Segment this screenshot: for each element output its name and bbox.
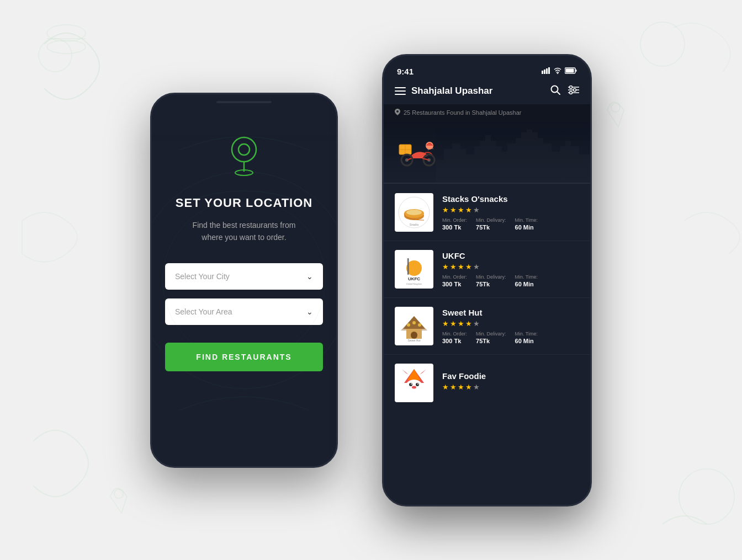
min-time-label: Min. Time:	[515, 274, 538, 280]
svg-point-7	[611, 103, 620, 112]
restaurant-name-sweethut: Sweet Hut	[442, 308, 579, 317]
status-time: 9:41	[397, 67, 414, 76]
meta-min-delivery: Min. Delivary: 75Tk	[476, 331, 506, 344]
svg-point-29	[396, 110, 399, 113]
svg-point-58	[418, 323, 421, 327]
min-order-value: 300 Tk	[442, 224, 467, 231]
header-left: Shahjalal Upashar	[395, 86, 492, 97]
power-button	[337, 172, 338, 199]
header-right	[550, 85, 579, 98]
city-chevron-icon: ⌄	[306, 272, 313, 281]
location-pin-small-icon	[395, 109, 400, 117]
star-half: ★	[473, 319, 480, 328]
meta-min-order: Min. Order: 300 Tk	[442, 274, 467, 287]
min-delivery-value: 75Tk	[476, 224, 506, 231]
filter-icon[interactable]	[568, 86, 579, 97]
city-dropdown-container[interactable]: Select Your City ⌄	[165, 263, 323, 290]
set-location-title: SET YOUR LOCATION	[176, 196, 312, 210]
star-1: ★	[442, 383, 449, 391]
restaurant-stars-favfoodie: ★ ★ ★ ★ ★	[442, 383, 579, 391]
svg-rect-15	[546, 68, 548, 74]
svg-point-65	[409, 383, 412, 386]
svg-point-1	[47, 25, 86, 41]
svg-rect-13	[542, 71, 543, 74]
min-delivery-label: Min. Delivary:	[476, 331, 506, 337]
svg-rect-20	[566, 68, 574, 72]
wifi-icon	[554, 67, 561, 76]
svg-point-68	[417, 383, 418, 385]
svg-text:Sweet Hut: Sweet Hut	[407, 339, 421, 342]
find-restaurants-button[interactable]: FIND RESTAURANTS	[165, 343, 323, 371]
vol-down-button	[150, 183, 151, 199]
svg-rect-16	[548, 67, 550, 74]
svg-line-22	[557, 92, 560, 94]
star-2: ★	[450, 383, 457, 391]
restaurant-info-stacks: Stacks O'snacks ★ ★ ★ ★ ★ Min. Order: 30…	[442, 194, 579, 231]
min-time-label: Min. Time:	[515, 217, 538, 223]
app-header: Shahjalal Upashar	[384, 81, 590, 104]
svg-point-17	[557, 73, 558, 74]
restaurant-logo-favfoodie	[395, 364, 433, 402]
svg-point-0	[39, 39, 72, 72]
svg-point-10	[232, 137, 256, 162]
restaurant-item[interactable]: Snacks Stacks O'snacks ★ ★ ★ ★ ★ Min. Or…	[384, 184, 590, 241]
svg-point-3	[47, 40, 86, 54]
star-1: ★	[442, 263, 449, 271]
hamburger-line-3	[395, 94, 406, 95]
svg-rect-19	[576, 70, 577, 72]
meta-min-time: Min. Time: 60 Min	[515, 274, 538, 287]
star-half: ★	[473, 206, 480, 214]
meta-min-delivery: Min. Delivary: 75Tk	[476, 217, 506, 231]
star-4: ★	[465, 319, 472, 328]
svg-point-26	[570, 86, 573, 88]
min-delivery-value: 75Tk	[476, 281, 506, 287]
restaurant-meta-sweethut: Min. Order: 300 Tk Min. Delivary: 75Tk M…	[442, 331, 579, 344]
restaurant-item[interactable]: Sweet Hut Sweet Hut ★ ★ ★ ★ ★ Min. Order…	[384, 298, 590, 355]
svg-point-5	[679, 469, 734, 524]
min-time-value: 60 Min	[515, 224, 538, 231]
min-order-label: Min. Order:	[442, 331, 467, 337]
star-3: ★	[458, 319, 464, 328]
restaurant-logo-ukfc: UKFC United Kingdom	[395, 250, 433, 289]
phone-left-screen: SET YOUR LOCATION Find the best restaura…	[152, 94, 336, 466]
restaurant-item[interactable]: UKFC United Kingdom UKFC ★ ★ ★ ★ ★	[384, 241, 590, 298]
meta-min-order: Min. Order: 300 Tk	[442, 217, 467, 231]
phone-left: SET YOUR LOCATION Find the best restaura…	[150, 93, 338, 468]
min-time-value: 60 Min	[515, 281, 538, 287]
search-icon[interactable]	[550, 85, 560, 98]
location-text: 25 Restaurants Found in Shahjalal Upasha…	[404, 109, 521, 116]
restaurant-list: Snacks Stacks O'snacks ★ ★ ★ ★ ★ Min. Or…	[384, 184, 590, 505]
star-2: ★	[450, 263, 457, 271]
svg-rect-55	[411, 332, 417, 339]
status-icons	[542, 67, 577, 76]
phones-container: SET YOUR LOCATION Find the best restaura…	[150, 54, 592, 506]
hamburger-line-1	[395, 87, 406, 88]
svg-point-27	[574, 88, 576, 91]
set-location-description: Find the best restaurants from where you…	[183, 219, 305, 244]
star-4: ★	[465, 383, 472, 391]
star-3: ★	[458, 263, 464, 271]
star-3: ★	[458, 383, 464, 391]
city-dropdown[interactable]: Select Your City ⌄	[165, 263, 323, 290]
restaurant-item[interactable]: Fav Foodie ★ ★ ★ ★ ★	[384, 355, 590, 411]
restaurant-info-favfoodie: Fav Foodie ★ ★ ★ ★ ★	[442, 371, 579, 394]
svg-point-43	[406, 210, 422, 215]
phone-notch	[451, 56, 523, 71]
svg-point-67	[411, 383, 412, 385]
min-delivery-label: Min. Delivary:	[476, 217, 506, 223]
vol-up-button	[150, 161, 151, 177]
restaurant-info-sweethut: Sweet Hut ★ ★ ★ ★ ★ Min. Order: 300 Tk	[442, 308, 579, 344]
hamburger-menu-icon[interactable]	[395, 87, 406, 95]
svg-point-57	[412, 321, 416, 324]
min-order-value: 300 Tk	[442, 281, 467, 287]
svg-point-66	[416, 383, 419, 386]
restaurant-logo-sweethut: Sweet Hut	[395, 307, 433, 345]
restaurant-stars-stacks: ★ ★ ★ ★ ★	[442, 206, 579, 214]
svg-point-4	[640, 22, 685, 66]
svg-point-56	[407, 323, 410, 327]
star-4: ★	[465, 263, 472, 271]
svg-point-11	[239, 144, 250, 155]
right-power-button	[591, 144, 592, 174]
area-dropdown[interactable]: Select Your Area ⌄	[165, 298, 323, 325]
area-dropdown-container[interactable]: Select Your Area ⌄	[165, 298, 323, 325]
